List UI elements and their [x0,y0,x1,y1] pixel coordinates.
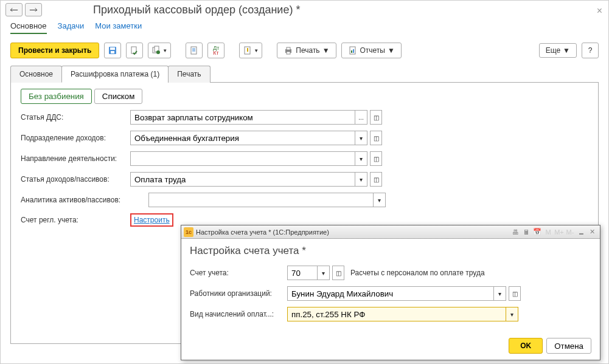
label-dds: Статья ДДС: [21,113,130,122]
dtct-icon: ДтКт [213,46,219,55]
dialog-calc-icon[interactable]: 🖩 [521,227,532,237]
nav-notes[interactable]: Мои заметки [95,21,142,34]
d-label-paytype: Вид начислений оплат...: [190,310,287,318]
input-activity-open[interactable]: ◫ [370,151,382,166]
input-dept[interactable] [130,131,355,145]
dialog-title: Настройка счета учета * (1С:Предприятие) [196,228,510,236]
d-input-account-open[interactable]: ◫ [332,266,344,280]
print-button[interactable]: Печать▼ [277,43,336,58]
dialog-close-icon[interactable]: ✕ [586,227,597,237]
save-button[interactable] [104,43,121,58]
row-income: Статья доходов/пассивов: ▾ ◫ [21,172,588,187]
input-dds[interactable] [130,110,355,125]
input-analytics-dropdown[interactable]: ▾ [374,193,386,207]
account-settings-dialog: 1c Настройка счета учета * (1С:Предприят… [181,225,600,360]
report-icon [348,46,358,55]
input-dept-open[interactable]: ◫ [370,131,382,145]
d-row-paytype: Вид начислений оплат...: ▾ [190,307,591,321]
d-input-paytype[interactable] [287,307,506,321]
post-and-close-button[interactable]: Провести и закрыть [10,43,99,58]
dialog-print-icon[interactable]: 🖶 [510,227,521,237]
mode-buttons: Без разбиения Списком [21,89,588,104]
close-icon[interactable]: × [597,5,602,16]
d-input-worker-open[interactable]: ◫ [509,286,521,301]
attach-button[interactable]: ▼ [239,43,262,58]
row-dept: Подразделение доходов: ▾ ◫ [21,131,588,145]
dialog-mminus-button[interactable]: M- [565,227,576,237]
toolbar: Провести и закрыть ▼ ДтКт ▼ Печать▼ Отче… [1,39,608,65]
post-button[interactable] [126,43,143,58]
dialog-mplus-button[interactable]: M+ [554,227,565,237]
d-label-account: Счет учета: [190,269,287,277]
dialog-ok-button[interactable]: OK [509,338,543,354]
input-income-open[interactable]: ◫ [370,172,382,187]
floppy-icon [108,46,117,55]
dialog-titlebar: 1c Настройка счета учета * (1С:Предприят… [181,225,600,239]
input-income-dropdown[interactable]: ▾ [355,172,367,187]
d-label-worker: Работники организаций: [190,289,287,298]
nav-row: 🡐 🡒 Приходный кассовый ордер (создание) … [1,1,608,19]
d-input-account-dropdown[interactable]: ▾ [318,266,330,280]
row-dds: Статья ДДС: ... ◫ [21,110,588,125]
label-income: Статья доходов/пассивов: [21,175,130,184]
tab-payment-detail[interactable]: Расшифровка платежа (1) [61,66,169,83]
doc-button-1[interactable] [186,43,203,58]
input-dds-open[interactable]: ◫ [370,110,382,125]
d-row-worker: Работники организаций: ▾ ◫ [190,286,591,301]
label-activity: Направление деятельности: [21,154,130,163]
configure-link[interactable]: Настроить [130,213,173,227]
input-dept-dropdown[interactable]: ▾ [355,131,367,145]
d-input-account[interactable] [287,266,318,280]
dialog-body: Настройка счета учета * Счет учета: ▾ ◫ … [181,239,600,334]
app-icon: 1c [184,227,193,237]
d-input-worker-dropdown[interactable]: ▾ [494,286,506,301]
d-account-desc: Расчеты с персоналом по оплате труда [350,269,485,277]
input-activity[interactable] [130,151,355,166]
documents-icon [151,46,161,55]
input-analytics[interactable] [148,193,374,207]
dialog-footer: OK Отмена [509,338,591,354]
svg-rect-15 [350,47,355,54]
reports-button[interactable]: Отчеты▼ [341,43,402,58]
svg-point-6 [156,50,160,54]
input-activity-dropdown[interactable]: ▾ [355,151,367,166]
d-input-worker[interactable] [287,286,494,301]
document-check-icon [130,46,139,55]
d-input-paytype-dropdown[interactable]: ▾ [506,307,518,321]
input-income[interactable] [130,172,355,187]
paperclip-icon [243,46,252,55]
dialog-minimize-icon[interactable]: 🗕 [576,227,586,237]
mode-single-button[interactable]: Без разбиения [21,89,92,104]
svg-rect-16 [351,50,352,53]
dialog-heading: Настройка счета учета * [190,245,591,257]
nav-links: Основное Задачи Мои заметки [1,19,608,39]
row-analytics: Аналитика активов/пассивов: ▾ [21,193,588,207]
nav-tasks[interactable]: Задачи [58,21,85,34]
create-based-on-button[interactable]: ▼ [148,43,171,58]
dialog-calendar-icon[interactable]: 📅 [532,227,543,237]
nav-main[interactable]: Основное [10,21,47,34]
more-button[interactable]: Еще▼ [539,43,577,58]
back-button[interactable]: 🡐 [5,3,23,16]
svg-rect-1 [110,47,115,50]
forward-button[interactable]: 🡒 [25,3,42,16]
dtct-button[interactable]: ДтКт [207,43,224,58]
svg-rect-2 [111,51,114,53]
main-window: 🡐 🡒 Приходный кассовый ордер (создание) … [0,0,609,364]
row-activity: Направление деятельности: ▾ ◫ [21,151,588,166]
d-row-account: Счет учета: ▾ ◫ Расчеты с персоналом по … [190,266,591,280]
dialog-m-button[interactable]: M [543,227,554,237]
svg-rect-14 [287,52,290,54]
tab-print[interactable]: Печать [168,66,210,83]
help-button[interactable]: ? [582,43,599,58]
mode-list-button[interactable]: Списком [94,89,143,104]
svg-rect-17 [353,49,354,53]
tab-main[interactable]: Основное [10,66,62,83]
input-dds-ellipsis[interactable]: ... [355,110,367,125]
svg-rect-13 [287,47,290,50]
dialog-cancel-button[interactable]: Отмена [546,338,591,354]
label-analytics: Аналитика активов/пассивов: [21,196,148,204]
label-dept: Подразделение доходов: [21,134,130,142]
printer-icon [284,46,293,55]
label-account: Счет регл. учета: [21,216,130,224]
